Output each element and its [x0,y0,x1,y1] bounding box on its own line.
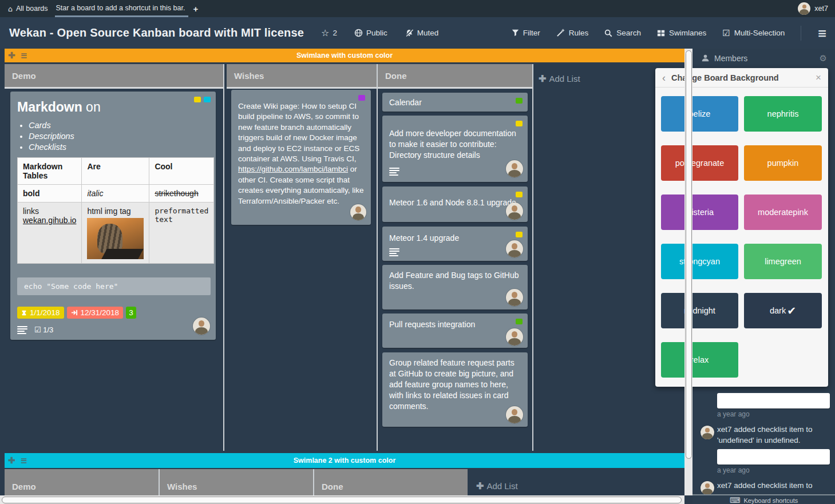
card-dev-docs[interactable]: Add more developer documentation to make… [382,116,528,182]
multi-selection-button[interactable]: ☑ Multi-Selection [722,28,785,38]
list-header-demo[interactable]: Demo [5,64,223,89]
swimlane-menu-icon[interactable]: ≡ [21,50,28,61]
list-title: Demo [12,482,36,491]
add-list-button-2[interactable]: ✚ Add List [476,481,518,491]
card-meteor-16[interactable]: Meteor 1.6 and Node 8.8.1 upgrade [382,186,528,222]
add-board-button[interactable]: + [193,4,198,14]
card-label-cyan[interactable] [204,97,211,102]
swatch-dark[interactable]: dark✔ [744,293,822,328]
add-list-button[interactable]: ✚ Add List [539,73,580,84]
activity-avatar[interactable] [701,426,714,439]
wekan-link[interactable]: wekan.gihub.io [23,216,76,225]
swimlane-menu-icon[interactable]: ≡ [21,455,28,466]
hamburger-menu-button[interactable]: ≡ [817,26,827,40]
activity-text: xet7 added checklist item to 'undefined'… [717,424,832,446]
card-pull-requests[interactable]: Pull requests integration [382,313,528,348]
list-header-wishes[interactable]: Wishes [227,64,377,89]
list-header-done-2[interactable]: Done [314,469,468,495]
star-hint-label: Star a board to add a shortcut in this b… [56,4,185,12]
card-github-tags[interactable]: Add Feature and Bug tags to GitHub issue… [382,265,528,309]
card-meteor-14[interactable]: Meteor 1.4 upgrade [382,227,528,261]
member-avatar[interactable] [506,406,523,423]
horizontal-scrollbar[interactable] [0,495,684,504]
swatch-limegreen[interactable]: limegreen [744,244,822,279]
hourglass-icon [21,309,27,316]
member-avatar[interactable] [350,204,366,220]
vertical-scrollbar[interactable] [684,49,692,495]
card-label-yellow[interactable] [516,121,523,126]
member-avatar[interactable] [506,328,523,346]
card-title: Add Feature and Bug tags to GitHub issue… [382,265,528,292]
member-avatar[interactable] [506,203,523,220]
rules-button[interactable]: Rules [556,29,589,37]
keyboard-shortcuts-bar[interactable]: ⌨ Keyboard shortcuts [692,494,835,504]
swimlanes-button[interactable]: Swimlanes [657,29,706,37]
comment-input[interactable] [717,393,830,408]
user-menu[interactable]: xet7 [798,2,828,15]
swatch-wisteria[interactable]: wisteria [661,195,738,230]
filter-button[interactable]: Filter [512,29,540,37]
markdown-table: Markdown Tables Are Cool bold italic str… [17,157,214,264]
activity-avatar[interactable] [701,481,714,495]
swatch-strongcyan[interactable]: strongcyan [661,244,738,279]
swatch-relax[interactable]: relax [661,342,738,378]
table-cell-links: links wekan.gihub.io [18,203,82,264]
horizontal-scrollbar-thumb[interactable] [2,497,682,503]
checklist-icon: ☑ [34,326,41,334]
card-label-purple[interactable] [358,95,365,101]
top-bar: ⌂ All boards Star a board to add a short… [0,0,835,17]
swatch-pomegranate[interactable]: pomegranate [661,145,738,181]
card-label-yellow[interactable] [516,192,523,197]
card-title: Calendar [382,93,528,108]
lambci-link[interactable]: https://github.com/lambci/lambci [238,165,348,173]
card-group-features[interactable]: Group related feature request parts at G… [382,352,528,427]
member-avatar[interactable] [506,160,523,177]
list-title: Done [385,71,407,81]
close-icon[interactable]: × [816,72,821,84]
home-icon: ⌂ [8,5,13,13]
vertical-scrollbar-thumb[interactable] [686,50,692,459]
description-icon [389,248,399,256]
member-avatar[interactable] [193,318,210,335]
sidebar-header: Members ⚙ [692,49,835,68]
all-boards-link[interactable]: ⌂ All boards [8,5,48,13]
swatch-moderatepink[interactable]: moderatepink [744,195,822,230]
all-boards-label: All boards [16,5,48,13]
list-header-done[interactable]: Done [378,64,532,89]
card-title: Group related feature request parts at G… [382,352,528,412]
card-calendar[interactable]: Calendar [382,93,528,112]
visibility-button[interactable]: Public [354,29,387,37]
due-date-badge[interactable]: 12/31/2018 [67,307,124,319]
start-date-badge[interactable]: 1/1/2018 [17,307,64,319]
list-title: Wishes [234,71,264,81]
member-avatar[interactable] [506,289,523,306]
board-title[interactable]: Wekan - Open Source Kanban board with MI… [9,26,304,39]
card-label-yellow[interactable] [194,97,201,102]
card-label-green[interactable] [516,98,523,104]
gear-icon[interactable]: ⚙ [820,53,827,64]
filter-label: Filter [523,29,540,37]
user-avatar[interactable] [798,2,810,15]
card-wiki-ci[interactable]: Create Wiki page: How to setup CI build … [231,90,371,225]
card-label-yellow[interactable] [516,232,523,237]
swatch-pumpkin[interactable]: pumpkin [744,145,822,181]
comment-input[interactable] [717,449,830,465]
swatch-midnight[interactable]: midnight [661,293,738,328]
back-chevron-icon[interactable]: ‹ [662,73,666,83]
star-counter[interactable]: ☆ 2 [321,27,337,38]
search-button[interactable]: Search [604,29,641,37]
img-tag-label: html img tag [87,207,130,216]
header-nav: Filter Rules Search [512,26,827,41]
swatch-belize[interactable]: belize [661,96,738,132]
rules-label: Rules [569,29,589,37]
swimlane-add-icon[interactable]: ✚ [8,50,15,61]
list-header-demo-2[interactable]: Demo [5,469,159,495]
swimlane-add-icon[interactable]: ✚ [8,455,15,466]
swatch-grid: belize nephritis pomegranate pumpkin wis… [655,88,828,378]
swatch-nephritis[interactable]: nephritis [744,96,822,132]
member-avatar[interactable] [506,240,523,257]
card-label-green[interactable] [516,319,523,324]
mute-button[interactable]: Muted [405,29,439,37]
card-markdown[interactable]: Markdown on Cards Descriptions Checklist… [10,92,216,340]
list-header-wishes-2[interactable]: Wishes [160,469,313,495]
